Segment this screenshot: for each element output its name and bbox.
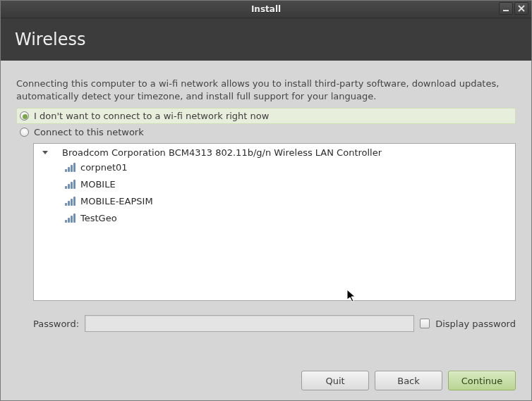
network-list[interactable]: Broadcom Corporation BCM4313 802.11b/g/n… bbox=[33, 143, 516, 301]
display-password-label: Display password bbox=[435, 319, 516, 329]
svg-rect-0 bbox=[503, 10, 509, 11]
radio-label-no-connect: I don't want to connect to a wi-fi netwo… bbox=[34, 111, 269, 121]
back-button[interactable]: Back bbox=[375, 371, 442, 390]
network-name: MOBILE-EAPSIM bbox=[80, 196, 153, 206]
page-title: Wireless bbox=[15, 30, 85, 49]
quit-button[interactable]: Quit bbox=[301, 371, 369, 390]
adapter-row[interactable]: Broadcom Corporation BCM4313 802.11b/g/n… bbox=[35, 147, 514, 159]
close-button[interactable] bbox=[514, 2, 528, 15]
radio-connect[interactable]: Connect to this network bbox=[16, 124, 516, 140]
page-header: Wireless bbox=[1, 18, 531, 61]
network-name: MOBILE bbox=[80, 179, 116, 190]
network-item[interactable]: TestGeo bbox=[35, 209, 514, 226]
wifi-signal-icon bbox=[65, 162, 76, 172]
close-icon bbox=[518, 5, 525, 12]
radio-label-connect: Connect to this network bbox=[34, 127, 144, 137]
titlebar-controls bbox=[499, 2, 528, 15]
wifi-signal-icon bbox=[65, 213, 76, 223]
wifi-signal-icon bbox=[65, 179, 76, 189]
continue-button[interactable]: Continue bbox=[448, 371, 516, 390]
radio-icon bbox=[20, 128, 29, 137]
network-item[interactable]: MOBILE-EAPSIM bbox=[35, 192, 514, 209]
minimize-icon bbox=[502, 5, 509, 12]
content: Connecting this computer to a wi-fi netw… bbox=[1, 61, 531, 362]
network-name: TestGeo bbox=[80, 213, 117, 223]
window-title: Install bbox=[251, 4, 281, 14]
network-item[interactable]: MOBILE bbox=[35, 175, 514, 192]
password-label: Password: bbox=[33, 319, 79, 329]
display-password-checkbox[interactable] bbox=[420, 319, 430, 328]
password-input[interactable] bbox=[85, 315, 414, 332]
network-item[interactable]: corpnet01 bbox=[35, 159, 514, 175]
radio-icon bbox=[20, 111, 29, 121]
wifi-signal-icon bbox=[65, 196, 76, 206]
button-bar: Quit Back Continue bbox=[1, 362, 531, 400]
intro-text: Connecting this computer to a wi-fi netw… bbox=[16, 78, 516, 102]
install-window: Install Wireless Connecting this compute… bbox=[0, 0, 532, 401]
radio-no-connect[interactable]: I don't want to connect to a wi-fi netwo… bbox=[16, 108, 516, 124]
minimize-button[interactable] bbox=[499, 2, 513, 15]
password-row: Password: Display password bbox=[33, 315, 516, 332]
titlebar: Install bbox=[1, 1, 531, 18]
adapter-name: Broadcom Corporation BCM4313 802.11b/g/n… bbox=[54, 147, 382, 158]
chevron-down-icon bbox=[42, 151, 48, 154]
network-name: corpnet01 bbox=[80, 162, 128, 173]
